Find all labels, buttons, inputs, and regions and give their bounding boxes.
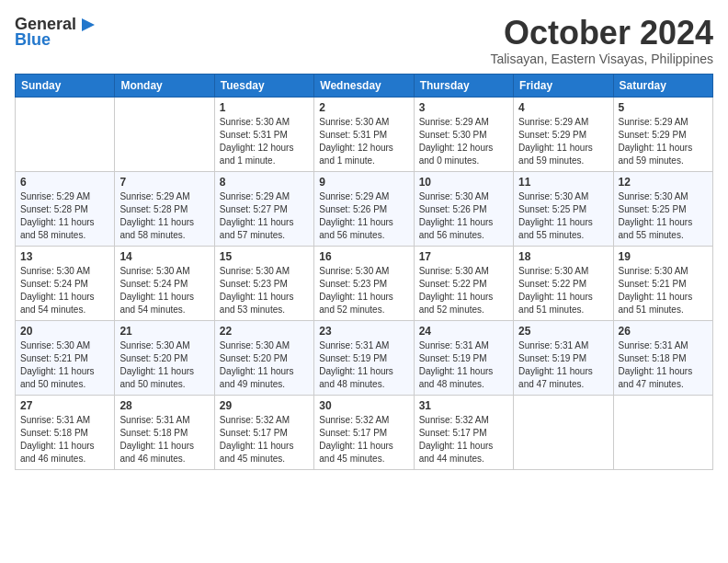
page-header: General Blue October 2024 Talisayan, Eas… (15, 15, 713, 66)
calendar-cell: 1Sunrise: 5:30 AMSunset: 5:31 PMDaylight… (214, 97, 313, 171)
calendar-cell: 3Sunrise: 5:29 AMSunset: 5:30 PMDaylight… (414, 97, 513, 171)
day-detail: Sunrise: 5:31 AMSunset: 5:19 PMDaylight:… (518, 339, 608, 391)
day-detail: Sunrise: 5:31 AMSunset: 5:19 PMDaylight:… (319, 339, 408, 391)
calendar-cell (115, 97, 214, 171)
calendar-cell: 10Sunrise: 5:30 AMSunset: 5:26 PMDayligh… (414, 171, 513, 246)
calendar-cell: 18Sunrise: 5:30 AMSunset: 5:22 PMDayligh… (514, 246, 613, 320)
calendar-header: SundayMondayTuesdayWednesdayThursdayFrid… (16, 74, 713, 97)
header-monday: Monday (115, 74, 214, 97)
day-number: 22 (220, 325, 309, 338)
day-detail: Sunrise: 5:29 AMSunset: 5:28 PMDaylight:… (119, 190, 209, 242)
day-number: 16 (319, 250, 408, 263)
day-detail: Sunrise: 5:30 AMSunset: 5:31 PMDaylight:… (220, 116, 309, 167)
day-number: 6 (20, 176, 109, 189)
day-detail: Sunrise: 5:30 AMSunset: 5:23 PMDaylight:… (319, 265, 408, 316)
header-row: SundayMondayTuesdayWednesdayThursdayFrid… (16, 74, 713, 97)
day-number: 11 (518, 176, 608, 189)
week-row: 27Sunrise: 5:31 AMSunset: 5:18 PMDayligh… (16, 395, 713, 469)
day-number: 29 (220, 399, 309, 412)
calendar-table: SundayMondayTuesdayWednesdayThursdayFrid… (15, 74, 713, 470)
day-number: 2 (319, 101, 408, 114)
header-tuesday: Tuesday (214, 74, 313, 97)
day-detail: Sunrise: 5:29 AMSunset: 5:27 PMDaylight:… (220, 190, 309, 242)
day-detail: Sunrise: 5:30 AMSunset: 5:24 PMDaylight:… (20, 265, 109, 316)
day-detail: Sunrise: 5:29 AMSunset: 5:29 PMDaylight:… (619, 116, 708, 167)
logo-blue-text: Blue (15, 30, 51, 50)
day-detail: Sunrise: 5:30 AMSunset: 5:23 PMDaylight:… (220, 265, 309, 316)
header-wednesday: Wednesday (314, 74, 414, 97)
week-row: 1Sunrise: 5:30 AMSunset: 5:31 PMDaylight… (16, 97, 713, 171)
svg-marker-0 (82, 18, 95, 31)
calendar-cell: 17Sunrise: 5:30 AMSunset: 5:22 PMDayligh… (414, 246, 513, 320)
day-detail: Sunrise: 5:30 AMSunset: 5:25 PMDaylight:… (518, 190, 608, 242)
calendar-cell: 13Sunrise: 5:30 AMSunset: 5:24 PMDayligh… (16, 246, 115, 320)
day-detail: Sunrise: 5:30 AMSunset: 5:21 PMDaylight:… (619, 265, 708, 316)
calendar-cell: 5Sunrise: 5:29 AMSunset: 5:29 PMDaylight… (613, 97, 712, 171)
day-detail: Sunrise: 5:31 AMSunset: 5:19 PMDaylight:… (419, 339, 508, 391)
calendar-cell: 6Sunrise: 5:29 AMSunset: 5:28 PMDaylight… (16, 171, 115, 246)
day-number: 8 (220, 176, 309, 189)
calendar-cell: 16Sunrise: 5:30 AMSunset: 5:23 PMDayligh… (314, 246, 414, 320)
logo: General Blue (15, 15, 98, 50)
day-detail: Sunrise: 5:30 AMSunset: 5:31 PMDaylight:… (319, 116, 408, 167)
header-thursday: Thursday (414, 74, 513, 97)
day-number: 17 (419, 250, 508, 263)
calendar-body: 1Sunrise: 5:30 AMSunset: 5:31 PMDaylight… (16, 97, 713, 469)
day-number: 10 (419, 176, 508, 189)
calendar-cell: 11Sunrise: 5:30 AMSunset: 5:25 PMDayligh… (514, 171, 613, 246)
day-detail: Sunrise: 5:30 AMSunset: 5:22 PMDaylight:… (518, 265, 608, 316)
day-detail: Sunrise: 5:30 AMSunset: 5:26 PMDaylight:… (419, 190, 508, 242)
day-number: 31 (419, 399, 508, 412)
day-detail: Sunrise: 5:32 AMSunset: 5:17 PMDaylight:… (220, 414, 309, 465)
day-number: 13 (20, 250, 109, 263)
day-number: 30 (319, 399, 408, 412)
header-saturday: Saturday (613, 74, 712, 97)
calendar-cell: 26Sunrise: 5:31 AMSunset: 5:18 PMDayligh… (613, 320, 712, 395)
calendar-cell: 21Sunrise: 5:30 AMSunset: 5:20 PMDayligh… (115, 320, 214, 395)
day-detail: Sunrise: 5:29 AMSunset: 5:26 PMDaylight:… (319, 190, 408, 242)
day-detail: Sunrise: 5:30 AMSunset: 5:21 PMDaylight:… (20, 339, 109, 391)
calendar-cell: 28Sunrise: 5:31 AMSunset: 5:18 PMDayligh… (115, 395, 214, 469)
day-number: 21 (119, 325, 209, 338)
calendar-cell: 24Sunrise: 5:31 AMSunset: 5:19 PMDayligh… (414, 320, 513, 395)
day-number: 23 (319, 325, 408, 338)
day-number: 4 (518, 101, 608, 114)
calendar-cell: 4Sunrise: 5:29 AMSunset: 5:29 PMDaylight… (514, 97, 613, 171)
month-title: October 2024 (490, 15, 713, 52)
calendar-cell: 25Sunrise: 5:31 AMSunset: 5:19 PMDayligh… (514, 320, 613, 395)
day-detail: Sunrise: 5:29 AMSunset: 5:28 PMDaylight:… (20, 190, 109, 242)
day-number: 5 (619, 101, 708, 114)
day-number: 9 (319, 176, 408, 189)
day-detail: Sunrise: 5:30 AMSunset: 5:20 PMDaylight:… (119, 339, 209, 391)
day-detail: Sunrise: 5:30 AMSunset: 5:25 PMDaylight:… (619, 190, 708, 242)
calendar-cell: 2Sunrise: 5:30 AMSunset: 5:31 PMDaylight… (314, 97, 414, 171)
day-number: 7 (119, 176, 209, 189)
calendar-cell: 7Sunrise: 5:29 AMSunset: 5:28 PMDaylight… (115, 171, 214, 246)
calendar-cell: 29Sunrise: 5:32 AMSunset: 5:17 PMDayligh… (214, 395, 313, 469)
day-number: 19 (619, 250, 708, 263)
day-detail: Sunrise: 5:29 AMSunset: 5:30 PMDaylight:… (419, 116, 508, 167)
calendar-cell (514, 395, 613, 469)
day-number: 15 (220, 250, 309, 263)
day-number: 20 (20, 325, 109, 338)
calendar-cell (16, 97, 115, 171)
calendar-cell: 23Sunrise: 5:31 AMSunset: 5:19 PMDayligh… (314, 320, 414, 395)
day-number: 24 (419, 325, 508, 338)
day-number: 28 (119, 399, 209, 412)
header-sunday: Sunday (16, 74, 115, 97)
day-detail: Sunrise: 5:29 AMSunset: 5:29 PMDaylight:… (518, 116, 608, 167)
day-detail: Sunrise: 5:32 AMSunset: 5:17 PMDaylight:… (319, 414, 408, 465)
day-detail: Sunrise: 5:30 AMSunset: 5:22 PMDaylight:… (419, 265, 508, 316)
day-number: 12 (619, 176, 708, 189)
calendar-cell: 15Sunrise: 5:30 AMSunset: 5:23 PMDayligh… (214, 246, 313, 320)
calendar-cell: 22Sunrise: 5:30 AMSunset: 5:20 PMDayligh… (214, 320, 313, 395)
day-detail: Sunrise: 5:31 AMSunset: 5:18 PMDaylight:… (119, 414, 209, 465)
day-detail: Sunrise: 5:31 AMSunset: 5:18 PMDaylight:… (20, 414, 109, 465)
calendar-cell: 27Sunrise: 5:31 AMSunset: 5:18 PMDayligh… (16, 395, 115, 469)
calendar-cell: 8Sunrise: 5:29 AMSunset: 5:27 PMDaylight… (214, 171, 313, 246)
calendar-cell (613, 395, 712, 469)
day-number: 1 (220, 101, 309, 114)
day-detail: Sunrise: 5:32 AMSunset: 5:17 PMDaylight:… (419, 414, 508, 465)
week-row: 6Sunrise: 5:29 AMSunset: 5:28 PMDaylight… (16, 171, 713, 246)
title-block: October 2024 Talisayan, Eastern Visayas,… (490, 15, 713, 66)
